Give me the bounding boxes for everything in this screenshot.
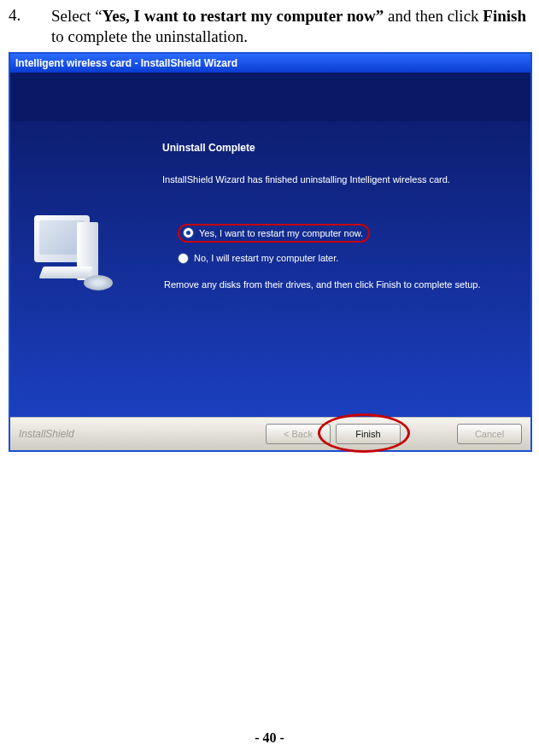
- text-bold: Finish: [483, 7, 526, 25]
- page-number: - 40 -: [0, 730, 539, 746]
- dialog-note: Remove any disks from their drives, and …: [164, 279, 515, 290]
- radio-restart-now[interactable]: Yes, I want to restart my computer now.: [178, 224, 515, 243]
- step-number: 4.: [9, 6, 51, 25]
- radio-restart-later[interactable]: No, I will restart my computer later.: [178, 253, 515, 264]
- text-bold: Yes, I want to restart my computer now”: [103, 7, 384, 25]
- dialog-description: InstallShield Wizard has finished uninst…: [162, 174, 515, 185]
- dialog-left-panel: [10, 121, 155, 417]
- window-title: Intelligent wireless card - InstallShiel…: [15, 57, 237, 69]
- dialog-content: Uninstall Complete InstallShield Wizard …: [10, 121, 530, 417]
- finish-button[interactable]: Finish: [336, 424, 401, 444]
- text: to complete the uninstallation.: [51, 27, 248, 45]
- dialog-heading: Uninstall Complete: [162, 142, 515, 154]
- text: Select “: [51, 7, 103, 25]
- dialog-banner: [10, 73, 530, 121]
- step-instruction: Select “Yes, I want to restart my comput…: [51, 6, 530, 47]
- radio-label: Yes, I want to restart my computer now.: [199, 228, 363, 238]
- window-titlebar: Intelligent wireless card - InstallShiel…: [10, 54, 530, 73]
- computer-illustration: [34, 215, 128, 296]
- radio-icon: [183, 227, 194, 238]
- installer-dialog: Intelligent wireless card - InstallShiel…: [9, 52, 532, 452]
- dialog-right-panel: Uninstall Complete InstallShield Wizard …: [155, 121, 530, 417]
- text: and then click: [384, 7, 483, 25]
- cancel-button: Cancel: [457, 424, 522, 444]
- dialog-button-bar: InstallShield < Back Finish Cancel: [10, 417, 530, 450]
- radio-icon: [178, 253, 189, 264]
- back-button: < Back: [266, 424, 331, 444]
- installshield-brand: InstallShield: [19, 428, 74, 440]
- radio-label: No, I will restart my computer later.: [194, 253, 338, 263]
